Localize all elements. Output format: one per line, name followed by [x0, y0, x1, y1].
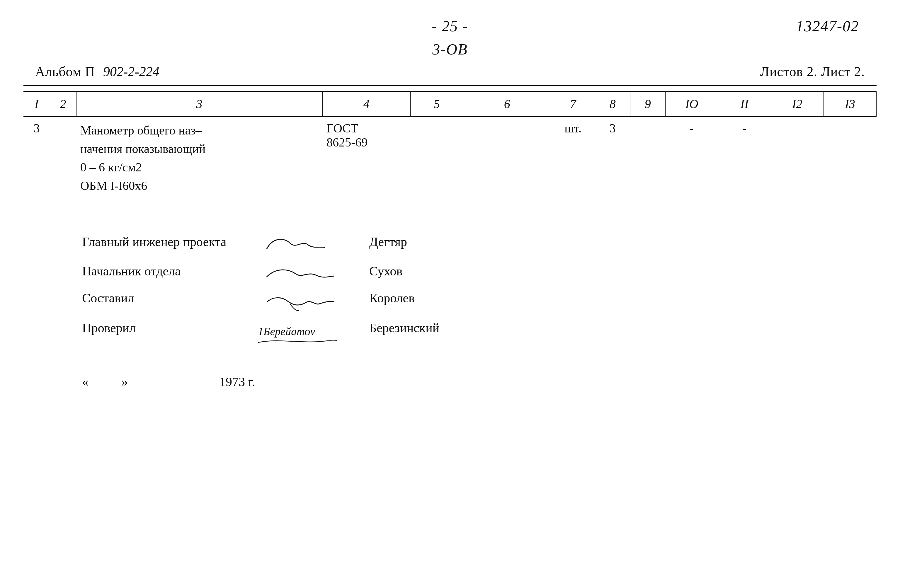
sheets-info: Листов 2. Лист 2.	[760, 64, 865, 79]
role-1: Главный инженер проекта	[82, 234, 240, 249]
signature-2-svg	[261, 264, 343, 284]
cell-col13	[824, 117, 876, 200]
th-4: 4	[322, 92, 410, 117]
cell-col6	[463, 117, 551, 200]
header-separator	[23, 85, 877, 86]
role-2: Начальник отдела	[82, 264, 240, 279]
date-close-quote: »	[121, 374, 128, 389]
album-row: Альбом П 902-2-224 Листов 2. Лист 2.	[23, 64, 877, 79]
name-3: Королев	[363, 291, 481, 306]
signature-3-svg	[261, 291, 343, 314]
date-blank2	[130, 382, 217, 382]
date-open-quote: «	[82, 374, 88, 389]
album-number: 902-2-224	[103, 64, 160, 79]
doc-number: 13247-02	[587, 17, 859, 35]
signature-1-svg	[261, 234, 343, 255]
cell-row-num: 3	[23, 117, 50, 200]
sign-2	[240, 264, 363, 285]
table-row: 3 Манометр общего наз–начения показывающ…	[23, 117, 877, 200]
svg-text:1Берейатоv: 1Берейатоv	[258, 325, 315, 338]
cell-qty: 3	[595, 117, 630, 200]
th-3: 3	[76, 92, 322, 117]
th-6: 6	[463, 92, 551, 117]
th-5: 5	[410, 92, 463, 117]
cell-gost: ГОСТ8625-69	[322, 117, 410, 200]
album-prefix: Альбом П	[35, 64, 95, 79]
main-table: I 2 3 4 5 6 7 8 9 IO II I2 I3 3	[23, 91, 877, 199]
th-7: 7	[551, 92, 595, 117]
date-blank	[90, 382, 119, 382]
item-name: Манометр общего наз–начения показывающий…	[80, 121, 318, 195]
cell-col2	[50, 117, 76, 200]
table-header-row: I 2 3 4 5 6 7 8 9 IO II I2 I3	[23, 92, 877, 117]
header-row: - 25 - 13247-02	[23, 17, 877, 35]
role-4: Проверил	[82, 321, 240, 335]
cell-description: Манометр общего наз–начения показывающий…	[76, 117, 322, 200]
sign-4: 1Берейатоv	[240, 321, 363, 351]
name-4: Березинский	[363, 321, 481, 335]
name-1: Дегтяр	[363, 234, 481, 249]
th-2: 2	[50, 92, 76, 117]
signatures-section: Главный инженер проекта Дегтяр Начальник…	[23, 234, 877, 351]
sign-1	[240, 234, 363, 258]
cell-unit: шт.	[551, 117, 595, 200]
page-number: - 25 -	[313, 17, 586, 35]
cell-col9	[630, 117, 665, 200]
sign-3	[240, 291, 363, 315]
signature-4-svg: 1Берейатоv	[255, 321, 349, 350]
th-13: I3	[824, 92, 876, 117]
th-12: I2	[771, 92, 824, 117]
th-10: IO	[665, 92, 718, 117]
cell-col12	[771, 117, 824, 200]
cell-col10: -	[665, 117, 718, 200]
role-3: Составил	[82, 291, 240, 306]
th-8: 8	[595, 92, 630, 117]
cell-col5	[410, 117, 463, 200]
album-info: Альбом П 902-2-224	[35, 64, 160, 79]
date-row: « » 1973 г.	[23, 374, 877, 389]
cell-col11: -	[718, 117, 771, 200]
name-2: Сухов	[363, 264, 481, 279]
th-1: I	[23, 92, 50, 117]
date-year: 1973 г.	[219, 374, 255, 389]
subtitle: 3-ОВ	[23, 41, 877, 58]
page: - 25 - 13247-02 3-ОВ Альбом П 902-2-224 …	[0, 0, 900, 588]
th-11: II	[718, 92, 771, 117]
th-9: 9	[630, 92, 665, 117]
